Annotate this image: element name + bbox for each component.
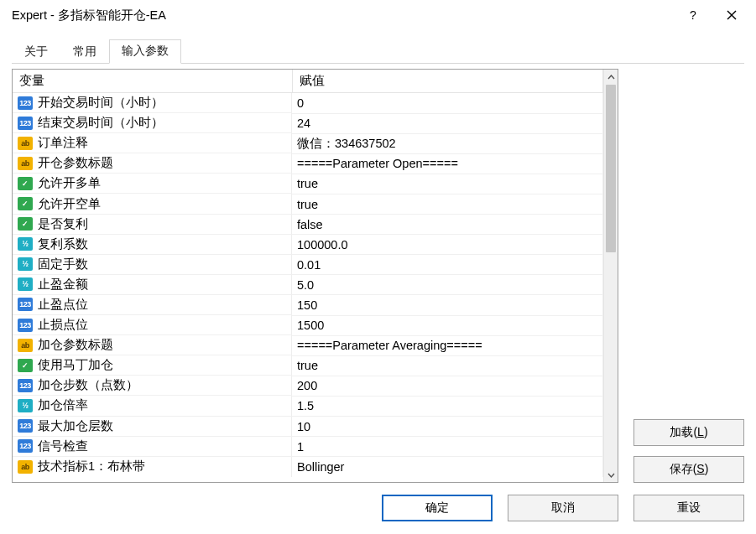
variable-cell: ✓允许开空单 <box>13 194 292 214</box>
table-row[interactable]: ✓允许开多单true <box>13 174 603 194</box>
tab-0[interactable]: 关于 <box>12 40 60 64</box>
variable-cell: 123最大加仓层数 <box>13 417 292 437</box>
cancel-button[interactable]: 取消 <box>508 495 618 521</box>
variable-cell: ab加仓参数标题 <box>13 335 292 355</box>
int-type-icon: 123 <box>18 379 33 392</box>
value-cell[interactable]: 100000.0 <box>292 235 603 255</box>
table-row[interactable]: 123最大加仓层数10 <box>13 417 603 437</box>
bool-type-icon: ✓ <box>18 217 33 231</box>
scroll-down-arrow[interactable] <box>604 468 618 482</box>
tabs: 关于常用输入参数 <box>12 39 744 64</box>
table-row[interactable]: 123结束交易时间（小时）24 <box>13 113 603 133</box>
variable-cell: 123止盈点位 <box>13 295 292 315</box>
variable-name: 使用马丁加仓 <box>38 357 113 373</box>
int-type-icon: 123 <box>18 419 33 433</box>
variable-name: 技术指标1：布林带 <box>38 459 145 474</box>
tab-1[interactable]: 常用 <box>60 40 109 64</box>
table-row[interactable]: ab加仓参数标题=====Parameter Averaging===== <box>13 335 603 355</box>
double-type-icon: ½ <box>18 399 33 412</box>
str-type-icon: ab <box>18 460 33 474</box>
int-type-icon: 123 <box>18 117 33 130</box>
bool-type-icon: ✓ <box>18 359 33 372</box>
variable-name: 订单注释 <box>38 135 88 151</box>
reset-button-label: 重设 <box>677 500 701 516</box>
column-header-value[interactable]: 赋值 <box>292 70 603 93</box>
value-cell[interactable]: 10 <box>292 417 603 437</box>
value-cell[interactable]: 0.01 <box>292 255 603 275</box>
table-row[interactable]: 123止损点位1500 <box>13 315 603 335</box>
table-row[interactable]: ½复利系数100000.0 <box>13 235 603 255</box>
table-row[interactable]: ✓使用马丁加仓true <box>13 355 603 376</box>
value-cell[interactable]: false <box>292 215 603 235</box>
variable-name: 加仓参数标题 <box>38 337 113 353</box>
value-cell[interactable]: 0 <box>292 93 603 114</box>
value-cell[interactable]: true <box>292 355 603 376</box>
variable-name: 加仓倍率 <box>38 397 88 413</box>
tab-2[interactable]: 输入参数 <box>109 39 181 64</box>
close-button[interactable] <box>712 3 751 28</box>
client-area: 关于常用输入参数 变量 赋值 123开始交易时间（小时）0123结束交易时间（小… <box>0 30 756 531</box>
str-type-icon: ab <box>18 157 33 170</box>
double-type-icon: ½ <box>18 237 33 251</box>
help-button[interactable]: ? <box>674 3 712 28</box>
value-cell[interactable]: =====Parameter Averaging===== <box>292 335 603 355</box>
value-cell[interactable]: =====Parameter Open===== <box>292 153 603 174</box>
scroll-up-arrow[interactable] <box>604 70 618 84</box>
table-row[interactable]: 123止盈点位150 <box>13 295 603 315</box>
table-row[interactable]: ½止盈金额5.0 <box>13 275 603 295</box>
value-cell[interactable]: true <box>292 194 603 214</box>
value-cell[interactable]: 24 <box>292 113 603 133</box>
value-cell[interactable]: 5.0 <box>292 275 603 295</box>
table-row[interactable]: 123信号检查1 <box>13 437 603 457</box>
vertical-scrollbar[interactable] <box>603 70 618 482</box>
variable-cell: 123开始交易时间（小时） <box>13 93 292 113</box>
ok-button[interactable]: 确定 <box>382 495 493 521</box>
table-row[interactable]: ½加仓倍率1.5 <box>13 396 603 416</box>
cancel-button-label: 取消 <box>551 500 575 516</box>
value-cell[interactable]: Bollinger <box>292 457 603 477</box>
table-row[interactable]: ✓是否复利false <box>13 215 603 235</box>
variable-name: 复利系数 <box>38 236 88 252</box>
table-row[interactable]: ab技术指标1：布林带Bollinger <box>13 457 603 477</box>
table-row[interactable]: 123加仓步数（点数）200 <box>13 376 603 396</box>
variable-name: 止盈金额 <box>38 277 88 293</box>
value-cell[interactable]: 1 <box>292 437 603 457</box>
column-header-variable[interactable]: 变量 <box>13 70 292 93</box>
save-button[interactable]: 保存(S) <box>633 456 744 483</box>
table-row[interactable]: 123开始交易时间（小时）0 <box>13 93 603 114</box>
variable-cell: ½固定手数 <box>13 255 292 275</box>
title-bar: Expert - 多指标智能开仓-EA ? <box>0 0 756 30</box>
variable-cell: ab开仓参数标题 <box>13 153 292 174</box>
int-type-icon: 123 <box>18 319 33 332</box>
value-cell[interactable]: 200 <box>292 376 603 396</box>
variable-name: 最大加仓层数 <box>38 418 113 434</box>
variable-cell: 123加仓步数（点数） <box>13 376 292 396</box>
save-button-label: 保存(S) <box>670 462 709 477</box>
scrollbar-thumb[interactable] <box>606 85 616 252</box>
value-cell[interactable]: 1500 <box>292 315 603 335</box>
bool-type-icon: ✓ <box>18 177 33 190</box>
str-type-icon: ab <box>18 339 33 352</box>
variable-name: 开始交易时间（小时） <box>38 95 164 111</box>
variable-name: 允许开多单 <box>38 175 101 191</box>
table-row[interactable]: ab订单注释微信：334637502 <box>13 133 603 153</box>
value-cell[interactable]: true <box>292 174 603 194</box>
bool-type-icon: ✓ <box>18 197 33 210</box>
variable-name: 止盈点位 <box>38 297 88 313</box>
variable-cell: ½加仓倍率 <box>13 396 292 416</box>
value-cell[interactable]: 1.5 <box>292 396 603 416</box>
reset-button[interactable]: 重设 <box>633 495 744 521</box>
int-type-icon: 123 <box>18 298 33 311</box>
value-cell[interactable]: 150 <box>292 295 603 315</box>
load-button[interactable]: 加载(L) <box>633 419 744 446</box>
table-row[interactable]: ✓允许开空单true <box>13 194 603 214</box>
load-button-label: 加载(L) <box>670 425 707 440</box>
table-row[interactable]: ½固定手数0.01 <box>13 255 603 275</box>
table-row[interactable]: ab开仓参数标题=====Parameter Open===== <box>13 153 603 174</box>
value-cell[interactable]: 微信：334637502 <box>292 133 603 153</box>
variable-name: 加仓步数（点数） <box>38 377 138 393</box>
variable-name: 信号检查 <box>38 438 88 454</box>
parameters-grid: 变量 赋值 123开始交易时间（小时）0123结束交易时间（小时）24ab订单注… <box>12 69 618 483</box>
variable-name: 止损点位 <box>38 317 88 333</box>
variable-cell: ab订单注释 <box>13 133 292 153</box>
